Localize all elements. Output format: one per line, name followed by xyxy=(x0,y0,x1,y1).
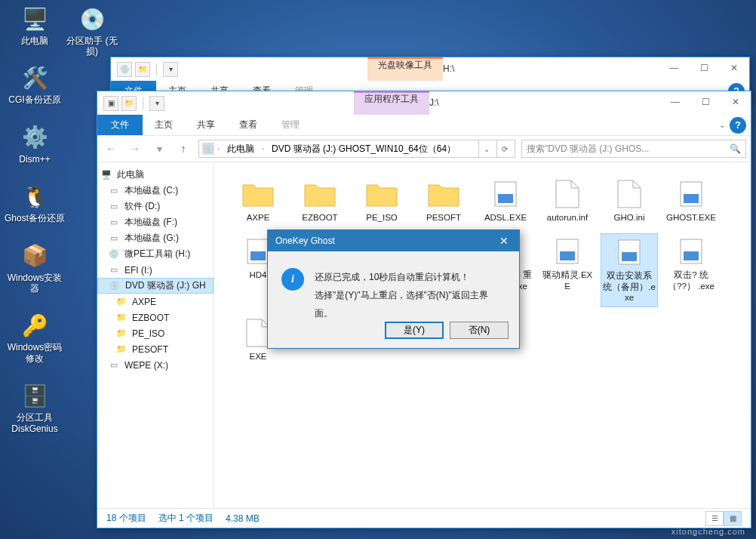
file-item[interactable]: GHOST.EXE xyxy=(662,176,720,226)
tree-item[interactable]: ▭本地磁盘 (G:) xyxy=(97,230,214,246)
minimize-button[interactable]: — xyxy=(660,91,690,112)
tree-item[interactable]: 📁PE_ISO xyxy=(97,325,214,341)
svg-rect-13 xyxy=(684,251,699,260)
file-label: GHO.ini xyxy=(614,212,645,223)
tree-item[interactable]: 💿微PE工具箱 (H:) xyxy=(97,246,214,262)
ribbon-tab-manage[interactable]: 管理 xyxy=(269,115,312,135)
nav-back-button[interactable]: ← xyxy=(102,140,120,158)
qat-down-icon[interactable]: ▾ xyxy=(149,96,164,111)
onekey-ghost-dialog: OneKey Ghost ✕ i 还原已完成，10秒后自动重启计算机！ 选择"是… xyxy=(267,229,520,349)
desktop-icon-cgi-backup[interactable]: 🛠️ CGI备份还原 xyxy=(5,63,65,105)
context-tab-app-tools[interactable]: 应用程序工具 xyxy=(354,91,429,115)
nav-recent-button[interactable]: ▾ xyxy=(150,140,168,158)
refresh-icon[interactable]: ⟳ xyxy=(496,140,512,158)
help-icon[interactable]: ? xyxy=(730,117,746,134)
nav-up-button[interactable]: ↑ xyxy=(174,140,192,158)
tree-item[interactable]: ▭本地磁盘 (C:) xyxy=(97,183,214,199)
search-input[interactable]: 搜索"DVD 驱动器 (J:) GHOS... 🔍 xyxy=(521,140,746,158)
file-label: EZBOOT xyxy=(302,212,337,223)
view-icons-button[interactable]: ▦ xyxy=(724,511,742,526)
breadcrumb[interactable]: 💿 › 此电脑 › DVD 驱动器 (J:) GHOST_WIN10_64位（6… xyxy=(198,140,515,158)
nav-tree[interactable]: 🖥️ 此电脑 ▭本地磁盘 (C:)▭软件 (D:)▭本地磁盘 (F:)▭本地磁盘… xyxy=(97,162,214,508)
ribbon-tab-home[interactable]: 主页 xyxy=(143,115,185,135)
folder-icon xyxy=(426,179,462,209)
window-controls: — ☐ ✕ xyxy=(660,91,751,112)
close-button[interactable]: ✕ xyxy=(721,91,751,112)
qat-down-icon[interactable]: ▾ xyxy=(163,62,178,77)
svg-rect-1 xyxy=(498,194,513,203)
chevron-icon[interactable]: › xyxy=(217,145,220,152)
maximize-button[interactable]: ☐ xyxy=(690,91,721,112)
desktop-icon-partition-assist[interactable]: 💿 分区助手 (无损) xyxy=(62,4,122,57)
folder-icon: 📁 xyxy=(115,328,128,339)
titlebar[interactable]: ▣ 📁 ▾ 应用程序工具 J:\ — ☐ ✕ xyxy=(97,91,751,115)
close-button[interactable]: ✕ xyxy=(719,57,749,79)
tree-item[interactable]: ▭本地磁盘 (F:) xyxy=(97,214,214,230)
qat-disc-icon[interactable]: 💿 xyxy=(117,62,132,77)
view-toggle: ☰ ▦ xyxy=(705,511,742,526)
drive-icon: ▭ xyxy=(108,217,120,228)
drive-icon: ▭ xyxy=(108,202,120,212)
no-button[interactable]: 否(N) xyxy=(450,322,509,339)
gear-icon: ⚙️ xyxy=(20,122,50,152)
qat-folder-icon[interactable]: 📁 xyxy=(135,62,150,77)
search-icon[interactable]: 🔍 xyxy=(730,143,741,154)
titlebar[interactable]: 💿 📁 ▾ 光盘映像工具 H:\ — ☐ ✕ xyxy=(111,57,749,81)
file-item[interactable]: PESOFT xyxy=(415,176,472,226)
dialog-close-button[interactable]: ✕ xyxy=(489,230,519,251)
nav-forward-button[interactable]: → xyxy=(126,140,144,158)
file-item[interactable]: ADSL.EXE xyxy=(477,176,534,226)
desktop-icon-password[interactable]: 🔑 Windows密码修改 xyxy=(5,310,65,364)
disc-icon: 💿 xyxy=(77,4,107,34)
file-item[interactable]: 双击? 统（??） .exe xyxy=(662,233,720,306)
window-title-path: H:\ xyxy=(443,63,454,74)
tree-item[interactable]: 📁PESOFT xyxy=(97,341,214,357)
qat-folder-icon[interactable]: 📁 xyxy=(121,96,137,111)
tree-item[interactable]: ▭软件 (D:) xyxy=(97,199,214,214)
qat-app-icon[interactable]: ▣ xyxy=(103,96,118,111)
disc-icon: 💿 xyxy=(202,143,214,155)
file-item[interactable]: autorun.inf xyxy=(539,176,596,226)
desktop-icon-dism[interactable]: ⚙️ Dism++ xyxy=(5,122,65,165)
folder-icon xyxy=(302,179,338,209)
breadcrumb-drive[interactable]: DVD 驱动器 (J:) GHOST_WIN10_64位（64） xyxy=(267,141,460,157)
dialog-title[interactable]: OneKey Ghost xyxy=(268,230,519,251)
file-item[interactable]: 双击安装系统（备用）.exe xyxy=(601,233,658,306)
drive-icon: ▭ xyxy=(108,360,120,371)
view-details-button[interactable]: ☰ xyxy=(705,511,724,526)
file-item[interactable]: GHO.ini xyxy=(601,176,658,226)
inf-icon xyxy=(549,179,585,209)
breadcrumb-dropdown-icon[interactable]: ⌄ xyxy=(478,140,493,158)
file-label: PESOFT xyxy=(426,212,461,223)
exe-icon xyxy=(549,236,585,266)
ribbon-expand-icon[interactable]: ⌄ xyxy=(716,118,728,132)
ribbon-tab-share[interactable]: 共享 xyxy=(185,115,227,135)
maximize-button[interactable]: ☐ xyxy=(689,57,719,79)
desktop-icons-col1: 🖥️ 此电脑 🛠️ CGI备份还原 ⚙️ Dism++ 🐧 Ghost备份还原 … xyxy=(5,4,65,451)
ribbon-tab-file[interactable]: 文件 xyxy=(97,115,143,135)
ribbon-tab-view[interactable]: 查看 xyxy=(227,115,269,135)
file-item[interactable]: PE_ISO xyxy=(353,176,410,226)
file-item[interactable]: 驱动精灵.EXE xyxy=(539,233,596,306)
desktop-icon-win-installer[interactable]: 📦 Windows安装器 xyxy=(5,241,65,294)
context-tab-disc-image[interactable]: 光盘映像工具 xyxy=(367,57,443,81)
chevron-icon[interactable]: › xyxy=(262,145,264,152)
file-item[interactable]: AXPE xyxy=(229,176,287,226)
tree-item[interactable]: ▭EFI (I:) xyxy=(97,262,214,278)
desktop-icon-diskgenius[interactable]: 🗄️ 分区工具DiskGenius xyxy=(5,380,65,434)
yes-button[interactable]: 是(Y) xyxy=(385,322,444,339)
tree-this-pc[interactable]: 🖥️ 此电脑 xyxy=(97,167,214,183)
tree-item[interactable]: 💿DVD 驱动器 (J:) GH xyxy=(97,278,214,294)
breadcrumb-pc[interactable]: 此电脑 xyxy=(223,141,259,157)
quick-access-toolbar: ▣ 📁 ▾ xyxy=(103,96,164,111)
minimize-button[interactable]: — xyxy=(659,57,689,79)
tree-item[interactable]: 📁EZBOOT xyxy=(97,310,214,325)
folder-icon xyxy=(240,179,276,209)
window-title-path: J:\ xyxy=(429,97,439,108)
desktop-icon-ghost-backup[interactable]: 🐧 Ghost备份还原 xyxy=(5,181,65,223)
tree-item[interactable]: 📁AXPE xyxy=(97,294,214,310)
tree-item[interactable]: ▭WEPE (X:) xyxy=(97,357,214,373)
file-label: EXE xyxy=(249,351,266,362)
desktop-icon-this-pc[interactable]: 🖥️ 此电脑 xyxy=(5,4,65,46)
file-item[interactable]: EZBOOT xyxy=(291,176,349,226)
